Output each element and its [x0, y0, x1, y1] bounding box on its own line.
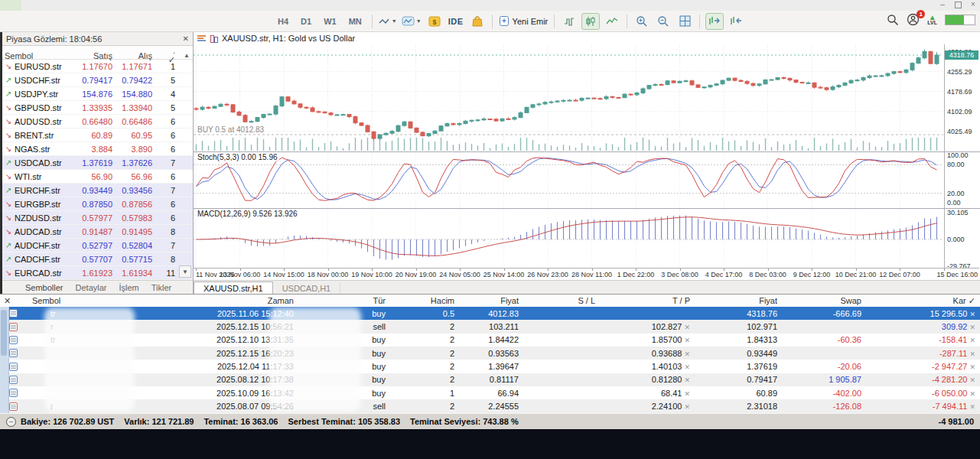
market-watch-row[interactable]: ↘EURGBP.str0.878500.878566	[2, 197, 193, 211]
candlestick-chart[interactable]: BUY 0.5 at 4012.83	[194, 44, 943, 151]
depth-of-market-icon[interactable]	[197, 34, 207, 42]
tile-windows-button[interactable]	[676, 13, 694, 30]
market-watch-row[interactable]: ↘NZDUSD.str0.579770.579836	[2, 211, 193, 225]
timeframe-w1-button[interactable]: W1	[318, 17, 342, 26]
timeframe-h4-button[interactable]: H4	[272, 17, 294, 26]
positions-close-icon[interactable]: ✕	[0, 296, 29, 306]
col-tp[interactable]: T / P	[600, 296, 695, 305]
market-watch-row[interactable]: ↗AUDCHF.str0.527970.528047	[2, 239, 193, 252]
clear-tp-icon[interactable]: ✕	[684, 337, 690, 344]
down-arrow-icon: ↘	[2, 200, 15, 208]
up-arrow-icon: ↗	[2, 186, 15, 194]
market-bag-button[interactable]	[468, 13, 487, 30]
clear-tp-icon[interactable]: ✕	[684, 376, 690, 384]
tab-semboller[interactable]: Semboller	[25, 283, 63, 292]
crosshair-line-tool-button[interactable]: ▼	[378, 13, 398, 30]
tab-tikler[interactable]: Tikler	[151, 283, 171, 292]
col-zaman[interactable]: Zaman	[176, 296, 298, 305]
position-row[interactable]: 2025.12.15 16:20:23buy20.935630.93688✕0.…	[0, 347, 980, 360]
close-position-icon[interactable]: ✕	[969, 311, 975, 318]
col-swap[interactable]: Swap	[782, 296, 866, 305]
market-watch-header[interactable]: Sembol Satış Alış . ✓ ▲	[2, 46, 193, 60]
timeframe-d1-button[interactable]: D1	[295, 17, 317, 26]
scrollbar-thumb[interactable]	[1, 310, 7, 356]
close-position-icon[interactable]: ✕	[969, 376, 975, 384]
time-axis-label: 1 Dec 22:00	[617, 271, 655, 278]
level-indicator-icon[interactable]: ▲LVL	[927, 15, 937, 25]
tab-islem[interactable]: İşlem	[119, 283, 139, 292]
close-position-icon[interactable]: ✕	[969, 324, 975, 331]
zoom-out-button[interactable]	[654, 13, 672, 30]
close-position-icon[interactable]: ✕	[969, 390, 975, 398]
line-chart-button[interactable]	[603, 13, 621, 30]
price-axis-label: 4178.69	[947, 88, 972, 96]
restore-button[interactable]	[954, 1, 962, 8]
indicators-menu-button[interactable]: ▼	[401, 13, 422, 30]
close-position-icon[interactable]: ✕	[969, 350, 975, 358]
clear-tp-icon[interactable]: ✕	[684, 390, 690, 398]
profile-icon[interactable]: 1	[907, 13, 920, 26]
timeframe-mn-button[interactable]: MN	[343, 17, 367, 26]
position-row[interactable]: 2025.08.12 10:17:38buy20.811170.81280✕0.…	[0, 373, 980, 386]
candlestick-chart-button[interactable]	[581, 13, 600, 30]
tab-detaylar[interactable]: Detaylar	[76, 283, 107, 292]
market-watch-row[interactable]: ↘GBPUSD.str1.339351.339405	[2, 101, 193, 115]
col-fiyat2[interactable]: Fiyat	[695, 296, 782, 305]
position-row[interactable]: r2025.12.15 10:56:21sell2103.211102.827✕…	[0, 320, 980, 333]
market-watch-row[interactable]: ↘AUDCAD.str0.914870.914958	[2, 225, 193, 239]
col-satis[interactable]: Satış	[77, 51, 115, 60]
scroll-down-icon[interactable]: ▼	[179, 265, 191, 278]
market-watch-row[interactable]: ↘NGAS.str3.8843.8906	[2, 142, 193, 156]
ide-button[interactable]: IDE	[447, 13, 465, 30]
market-watch-row[interactable]: ↗USDCAD.str1.376191.376267	[2, 156, 193, 170]
market-watch-row[interactable]: ↘EURUSD.str1.176701.176711	[2, 60, 193, 73]
position-row[interactable]: tr2025.11.06 15:12:40buy0.54012.834318.7…	[0, 307, 980, 320]
col-pos-sembol[interactable]: Sembol	[29, 296, 176, 305]
position-row[interactable]: 2025.12.04 11:17:33buy21.396471.40103✕1.…	[0, 360, 980, 373]
algo-trading-button[interactable]: $	[425, 13, 444, 30]
search-icon[interactable]	[887, 14, 899, 26]
market-watch-row[interactable]: ↘EURCAD.str1.619231.6193411	[2, 266, 193, 280]
zoom-in-button[interactable]	[633, 13, 651, 30]
close-button[interactable]: ×	[969, 1, 977, 8]
market-watch-row[interactable]: ↗EURCHF.str0.934490.934567	[2, 184, 193, 197]
macd-pane[interactable]	[194, 209, 943, 268]
chart-area[interactable]: XAUUSD.str, H1: Gold vs US Dollar BUY 0.…	[194, 32, 980, 294]
position-row[interactable]: r2025.08.07 09:54:26sell22.245552.24100✕…	[0, 399, 980, 412]
col-sl[interactable]: S / L	[523, 296, 600, 305]
minimize-button[interactable]: –	[939, 1, 946, 8]
clear-tp-icon[interactable]: ✕	[684, 350, 690, 358]
clear-tp-icon[interactable]: ✕	[684, 363, 690, 371]
chart-tab-usdcad[interactable]: USDCAD,H1	[273, 282, 341, 294]
col-alis[interactable]: Alış	[115, 51, 155, 60]
clear-tp-icon[interactable]: ✕	[684, 403, 690, 411]
close-position-icon[interactable]: ✕	[969, 403, 975, 411]
market-watch-row[interactable]: ↗CADCHF.str0.577070.577158	[2, 252, 193, 266]
scroll-up-icon[interactable]: ▲	[180, 52, 194, 59]
market-watch-row[interactable]: ↗USDJPY.str154.876154.8804	[2, 87, 193, 101]
market-watch-close-icon[interactable]: ✕	[183, 34, 189, 43]
market-watch-row[interactable]: ↘WTI.str56.9056.966	[2, 170, 193, 184]
clear-tp-icon[interactable]: ✕	[684, 324, 690, 331]
market-watch-row[interactable]: ↗USDCHF.str0.794170.794225	[2, 73, 193, 87]
col-sembol[interactable]: Sembol	[2, 51, 77, 60]
positions-scrollbar[interactable]	[0, 307, 9, 413]
close-position-icon[interactable]: ✕	[969, 363, 975, 371]
market-watch-row[interactable]: ↘BRENT.str60.8960.956	[2, 129, 193, 142]
tick-chart-button[interactable]	[560, 13, 578, 30]
new-order-button[interactable]: Yeni Emir	[498, 13, 549, 30]
auto-scroll-button[interactable]	[705, 13, 724, 30]
col-fiyat[interactable]: Fiyat	[459, 296, 523, 305]
positions-header[interactable]: ✕ Sembol Zaman Tür Hacim Fiyat S / L T /…	[0, 295, 980, 308]
col-tur[interactable]: Tür	[298, 296, 390, 305]
position-row[interactable]: tr2025.12.10 13:31:35buy21.844221.85700✕…	[0, 334, 980, 347]
col-kar[interactable]: Kar ✓	[866, 296, 980, 306]
stochastic-pane[interactable]	[194, 152, 943, 208]
chart-shift-button[interactable]	[727, 13, 745, 30]
one-click-trading-icon[interactable]	[210, 34, 219, 42]
col-hacim[interactable]: Hacim	[390, 296, 459, 305]
position-row[interactable]: 2025.10.09 16:13:42buy166.9468.41✕60.89-…	[0, 386, 980, 399]
market-watch-row[interactable]: ↘AUDUSD.str0.664800.664866	[2, 115, 193, 129]
close-position-icon[interactable]: ✕	[969, 337, 975, 344]
chart-tab-xauusd[interactable]: XAUUSD.str,H1	[194, 282, 273, 294]
